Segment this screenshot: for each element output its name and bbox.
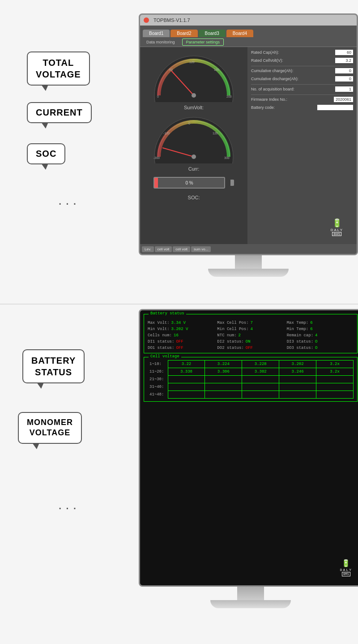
cell-4-5 <box>316 383 354 391</box>
svg-text:120: 120 <box>189 60 195 64</box>
min-cell-pos-val: 4 <box>251 327 253 331</box>
bms2-app: Battery status Max Volt: 3.34 V Max Cell… <box>140 310 358 585</box>
cell-2-4: 3.246 <box>279 368 316 376</box>
svg-text:-300: -300 <box>153 156 160 159</box>
daly-text2-top: BMS <box>332 232 341 236</box>
bottom-tab-cell-volt-2[interactable]: cell volt <box>173 246 190 252</box>
tab-board2[interactable]: Board2 <box>170 30 197 37</box>
cell-4-1 <box>168 383 205 391</box>
cell-2-1: 3.338 <box>168 368 205 376</box>
remain-cap-val: 4 <box>315 333 317 338</box>
row-label-5: 41~48: <box>148 391 168 399</box>
monitor-stand-bottom <box>139 587 358 608</box>
param-acquisition-board: No. of acquisition board: 1 <box>251 86 353 92</box>
do1-label: DO1 status: <box>148 346 174 350</box>
cell-5-3 <box>242 391 279 399</box>
max-volt-val: 3.34 V <box>171 321 186 325</box>
current-label: CURRENT <box>27 102 92 123</box>
curr-gauge-svg: -300 -120 0 120 300 <box>145 112 243 163</box>
bottom-tab-lev[interactable]: Lev. <box>142 246 154 252</box>
di2-val: ON <box>246 339 251 344</box>
di3-label: DI3 status: <box>287 339 313 344</box>
daly-text-top: DALY <box>331 228 343 232</box>
bms-titlebar: TOPBMS-V1.1.7 <box>140 15 357 26</box>
rated-cell-volt-value: 3.2 <box>335 58 353 63</box>
do2-label: DO2 status: <box>217 346 243 350</box>
monomer-voltage-label: MONOMER VOLTAGE <box>18 412 82 444</box>
param-cumulative-discharge: Cumulative discharge(Ah): 0 <box>251 76 353 82</box>
cell-1-2: 3.224 <box>205 361 242 368</box>
cell-4-4 <box>279 383 316 391</box>
row-label-2: 11~20: <box>148 368 168 376</box>
firmware-index-value: 2020061 <box>334 97 353 102</box>
param-rated-cell-volt: Rated CellVolt(V): 3.2 <box>251 58 353 63</box>
svg-text:60: 60 <box>169 68 173 71</box>
dots-bottom: ... <box>58 497 80 512</box>
cell-row-21-30: 21~30: <box>148 376 354 383</box>
do1-item: DO1 status: OFF <box>148 346 214 350</box>
daly-logo-bottom: 🔋 DALY BMS <box>340 559 352 576</box>
rated-cell-volt-label: Rated CellVolt(V): <box>251 58 283 63</box>
cell-5-4 <box>279 391 316 399</box>
svg-point-10 <box>192 155 196 159</box>
bms-content: 0 60 120 180 200 SumVolt: <box>140 47 357 254</box>
divider2 <box>251 84 353 85</box>
svg-text:0: 0 <box>188 122 190 125</box>
do1-val: OFF <box>176 346 183 350</box>
svg-text:-120: -120 <box>163 132 170 135</box>
cell-3-2 <box>205 376 242 383</box>
sumvolt-gauge: 0 60 120 180 200 <box>145 51 243 102</box>
cumulative-charge-value: 0 <box>335 68 353 73</box>
battery-tip <box>230 180 234 186</box>
total-voltage-label: TOTAL VOLTAGE <box>27 52 90 86</box>
remain-cap-item: Remain cap: 4 <box>287 333 354 338</box>
cell-3-3 <box>242 376 279 383</box>
battery-soc-bar: 0 % <box>153 175 234 190</box>
close-button[interactable] <box>144 17 149 23</box>
cell-5-1 <box>168 391 205 399</box>
subtabs: Data monitoring Parameter settings <box>140 37 357 47</box>
ntc-num-val: 2 <box>239 333 241 338</box>
ntc-num-item: NTC num: 2 <box>217 333 284 338</box>
curr-gauge: -300 -120 0 120 300 <box>145 112 243 163</box>
min-cell-pos-label: Min Cell Pos: <box>217 327 248 331</box>
battery-code-label: Battery code: <box>251 105 275 110</box>
acquisition-board-value: 1 <box>335 86 353 92</box>
do3-item: DO3 status: O <box>287 346 354 350</box>
rated-cap-value: 60 <box>335 50 353 55</box>
subtab-data-monitoring[interactable]: Data monitoring <box>143 39 179 45</box>
bottom-tabs: Lev. cell volt cell volt sum vo... <box>140 244 357 254</box>
battery-status-title: Battery status <box>149 311 186 316</box>
remain-cap-label: Remain cap: <box>287 333 313 338</box>
daly-text2-bottom: BMS <box>342 572 350 576</box>
max-temp-val: 6 <box>310 321 312 325</box>
max-volt-item: Max Volt: 3.34 V <box>148 321 214 325</box>
bms-title: TOPBMS-V1.1.7 <box>153 17 190 23</box>
monitor-bottom: Battery status Max Volt: 3.34 V Max Cell… <box>139 309 358 623</box>
svg-text:0: 0 <box>157 95 159 98</box>
bms-app-top: TOPBMS-V1.1.7 Board1 Board2 Board3 Board… <box>140 15 357 254</box>
bottom-tab-sum-vo[interactable]: sum vo... <box>191 246 211 252</box>
svg-point-2 <box>192 93 196 98</box>
tab-board1[interactable]: Board1 <box>143 30 170 37</box>
cell-voltage-section: Cell voltage 1~10: 3.22 3.224 3.228 3.20… <box>144 357 358 402</box>
battery-percent-text: 0 % <box>153 175 225 190</box>
cells-num-val: 16 <box>174 333 179 338</box>
soc-label: SOC <box>27 143 65 164</box>
stand-neck-top <box>235 255 262 269</box>
cell-4-3 <box>242 383 279 391</box>
cell-1-5: 3.2x <box>316 361 354 368</box>
cumulative-discharge-label: Cumulative discharge(Ah): <box>251 77 298 81</box>
svg-text:120: 120 <box>213 132 218 135</box>
bottom-tab-cell-volt-1[interactable]: cell volt <box>155 246 172 252</box>
stand-base-top <box>208 269 289 277</box>
cell-2-2: 3.306 <box>205 368 242 376</box>
bottom-section: BATTERY STATUS MONOMER VOLTAGE ... Batte… <box>0 305 358 644</box>
cell-5-5 <box>316 391 354 399</box>
tab-board3[interactable]: Board3 <box>199 30 226 37</box>
tab-board4[interactable]: Board4 <box>226 30 253 37</box>
di1-label: DI1 status: <box>148 339 174 344</box>
stand-base-bottom <box>210 600 291 608</box>
subtab-parameter-settings[interactable]: Parameter settings <box>182 39 224 46</box>
min-temp-label: Min Temp: <box>287 327 309 331</box>
